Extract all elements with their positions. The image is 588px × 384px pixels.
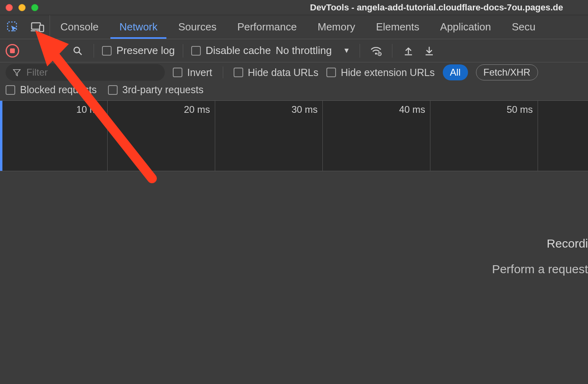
timeline-tick: 20 ms bbox=[184, 104, 213, 115]
record-button[interactable] bbox=[6, 44, 19, 58]
hide-data-urls-checkbox[interactable]: Hide data URLs bbox=[234, 67, 318, 78]
blocked-requests-checkbox[interactable]: Blocked requests bbox=[6, 84, 97, 96]
blocked-requests-label: Blocked requests bbox=[20, 84, 97, 96]
network-empty-state: Recordi Perform a request bbox=[0, 171, 588, 384]
disable-cache-checkbox[interactable]: Disable cache bbox=[191, 44, 271, 57]
preserve-log-label: Preserve log bbox=[116, 44, 175, 57]
filter-type-fetch-xhr[interactable]: Fetch/XHR bbox=[476, 64, 538, 80]
throttling-value: No throttling bbox=[276, 44, 332, 57]
timeline-tick: 10 ms bbox=[76, 104, 106, 115]
empty-state-subtext: Perform a request bbox=[492, 262, 588, 276]
tab-security[interactable]: Secu bbox=[502, 15, 546, 39]
svg-point-4 bbox=[74, 47, 80, 53]
panel-tabs: Console Network Sources Performance Memo… bbox=[50, 15, 546, 39]
svg-point-6 bbox=[375, 52, 377, 54]
tab-console[interactable]: Console bbox=[50, 15, 109, 39]
inspect-element-icon[interactable] bbox=[5, 19, 21, 35]
svg-line-5 bbox=[79, 52, 82, 55]
throttling-select[interactable]: No throttling ▼ bbox=[276, 44, 352, 57]
traffic-lights bbox=[6, 4, 38, 11]
filter-input[interactable] bbox=[26, 67, 158, 78]
filter-input-wrapper[interactable] bbox=[6, 64, 165, 81]
network-toolbar: Preserve log Disable cache No throttling… bbox=[0, 39, 588, 62]
invert-label: Invert bbox=[187, 67, 212, 78]
svg-rect-3 bbox=[40, 25, 44, 32]
timeline-cursor[interactable] bbox=[0, 101, 2, 171]
network-conditions-icon[interactable] bbox=[368, 43, 384, 59]
network-filter-bar: Invert Hide data URLs Hide extension URL… bbox=[0, 62, 588, 82]
svg-rect-1 bbox=[32, 23, 40, 29]
device-toolbar-icon[interactable] bbox=[30, 19, 46, 35]
close-window-button[interactable] bbox=[6, 4, 13, 11]
filter-type-all[interactable]: All bbox=[443, 64, 468, 80]
maximize-window-button[interactable] bbox=[31, 4, 38, 11]
disable-cache-label: Disable cache bbox=[206, 44, 271, 57]
network-timeline[interactable]: 10 ms 20 ms 30 ms 40 ms 50 ms bbox=[0, 101, 588, 171]
tab-elements[interactable]: Elements bbox=[366, 15, 430, 39]
funnel-icon bbox=[13, 68, 21, 76]
timeline-tick: 50 ms bbox=[507, 104, 536, 115]
timeline-tick: 30 ms bbox=[292, 104, 321, 115]
search-icon[interactable] bbox=[70, 43, 86, 59]
tab-network[interactable]: Network bbox=[109, 15, 168, 39]
tab-application[interactable]: Application bbox=[430, 15, 501, 39]
third-party-checkbox[interactable]: 3rd-party requests bbox=[108, 84, 204, 96]
tab-performance[interactable]: Performance bbox=[227, 15, 307, 39]
invert-checkbox[interactable]: Invert bbox=[173, 67, 212, 78]
third-party-label: 3rd-party requests bbox=[122, 84, 204, 96]
hide-extension-urls-checkbox[interactable]: Hide extension URLs bbox=[326, 67, 435, 78]
devtools-tabstrip: Console Network Sources Performance Memo… bbox=[0, 15, 588, 39]
network-filter-bar-2: Blocked requests 3rd-party requests bbox=[0, 82, 588, 101]
download-har-icon[interactable] bbox=[421, 43, 437, 59]
hide-extension-urls-label: Hide extension URLs bbox=[341, 67, 435, 78]
window-titlebar: DevTools - angela-add-tutorial.cloudflar… bbox=[0, 0, 588, 15]
tab-sources[interactable]: Sources bbox=[168, 15, 227, 39]
empty-state-heading: Recordi bbox=[547, 237, 588, 250]
window-title: DevTools - angela-add-tutorial.cloudflar… bbox=[310, 2, 563, 13]
tab-memory[interactable]: Memory bbox=[307, 15, 366, 39]
filter-icon[interactable] bbox=[49, 43, 65, 59]
inspect-tools bbox=[0, 15, 50, 39]
chevron-down-icon: ▼ bbox=[343, 46, 350, 55]
upload-har-icon[interactable] bbox=[400, 43, 416, 59]
preserve-log-checkbox[interactable]: Preserve log bbox=[102, 44, 175, 57]
hide-data-urls-label: Hide data URLs bbox=[248, 67, 318, 78]
minimize-window-button[interactable] bbox=[18, 4, 26, 11]
timeline-tick: 40 ms bbox=[399, 104, 428, 115]
